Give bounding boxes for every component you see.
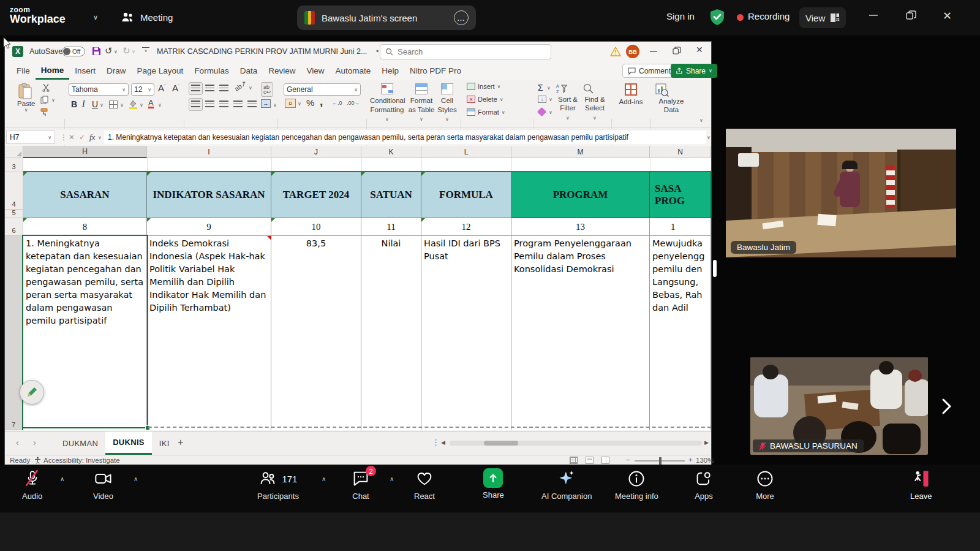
collapse-ribbon-icon[interactable]: ∨	[699, 118, 703, 123]
sheet-next-icon[interactable]: ›	[33, 438, 36, 447]
col-header-N[interactable]: N	[650, 146, 711, 158]
percent-icon[interactable]: %	[306, 97, 314, 108]
shrink-font-icon[interactable]: Aˇ	[172, 83, 180, 93]
video-button[interactable]: Video	[93, 469, 113, 501]
align-right-icon[interactable]	[219, 101, 228, 108]
delete-cells-button[interactable]: ✕Delete∨	[467, 96, 503, 103]
tab-file[interactable]: File	[11, 62, 36, 80]
excel-restore-icon[interactable]	[673, 47, 681, 55]
italic-icon[interactable]: I	[82, 99, 85, 109]
chevron-down-icon[interactable]: ∨	[273, 102, 277, 108]
col-header-M[interactable]: M	[511, 146, 650, 158]
zoom-slider[interactable]	[635, 460, 685, 462]
conditional-formatting-button[interactable]: Conditional Formatting∨	[370, 83, 404, 123]
zoom-slider-thumb[interactable]	[659, 457, 662, 465]
cell-J6[interactable]: 10	[271, 218, 361, 236]
header-cell-target[interactable]: TARGET 2024	[271, 172, 361, 218]
bold-icon[interactable]: B	[71, 99, 77, 109]
sheet-tab-dukman[interactable]: DUKMAN	[55, 431, 105, 455]
chevron-down-icon[interactable]: ∨	[120, 102, 124, 108]
tab-view[interactable]: View	[301, 62, 330, 80]
cell-M6[interactable]: 13	[511, 218, 650, 236]
cell-N6[interactable]: 1	[650, 218, 711, 236]
chevron-down-icon[interactable]: ∨	[93, 13, 98, 21]
excel-close-icon[interactable]: ✕	[696, 45, 703, 55]
shared-screen-pill[interactable]: Bawaslu Jatim's screen …	[297, 6, 476, 30]
tab-data[interactable]: Data	[235, 62, 263, 80]
header-cell-formula[interactable]: FORMULA	[421, 172, 511, 218]
audio-button[interactable]: Audio	[22, 469, 42, 501]
cell-I6[interactable]: 9	[147, 218, 271, 236]
col-header-H[interactable]: H	[23, 146, 147, 158]
meeting-info-button[interactable]: Meeting info	[615, 469, 658, 501]
tab-formulas[interactable]: Formulas	[189, 62, 234, 80]
cell-L6[interactable]: 12	[421, 218, 511, 236]
cell-M7[interactable]: Program Penyelenggaraan Pemilu dalam Pro…	[511, 236, 650, 430]
undo-icon[interactable]: ↺	[105, 45, 113, 56]
chevron-down-icon[interactable]: ∨	[549, 110, 552, 115]
row-header-6[interactable]: 6	[5, 218, 23, 236]
cancel-icon[interactable]: ✕	[69, 133, 75, 142]
close-window-icon[interactable]: ✕	[943, 9, 952, 23]
chevron-up-icon[interactable]: ∧	[60, 476, 64, 482]
col-header-I[interactable]: I	[147, 146, 271, 158]
chevron-down-icon[interactable]: ∨	[549, 97, 552, 102]
chevron-up-icon[interactable]: ∧	[390, 476, 394, 482]
dots-separator-icon[interactable]: ⋮	[60, 133, 67, 142]
wrap-text-icon[interactable]: abc↩	[261, 82, 273, 97]
select-all-corner[interactable]	[5, 146, 23, 158]
chevron-down-icon[interactable]: ∨	[100, 102, 104, 108]
tab-help[interactable]: Help	[376, 62, 404, 80]
tab-review[interactable]: Review	[263, 62, 301, 80]
font-color-icon[interactable]: A	[148, 99, 154, 108]
restore-window-icon[interactable]	[906, 10, 916, 21]
increase-indent-icon[interactable]	[247, 101, 257, 108]
col-header-K[interactable]: K	[361, 146, 421, 158]
number-format-select[interactable]: General∨	[284, 83, 361, 96]
sheet-tab-duknis[interactable]: DUKNIS	[105, 431, 152, 455]
participants-button[interactable]: 171 Participants	[257, 469, 299, 501]
col-header-J[interactable]: J	[271, 146, 361, 158]
account-avatar[interactable]: BB	[626, 45, 639, 58]
col-header-L[interactable]: L	[421, 146, 511, 158]
scrollbar-thumb[interactable]	[484, 441, 518, 446]
chevron-up-icon[interactable]: ∧	[134, 476, 138, 482]
share-screen-button[interactable]: Share	[483, 468, 504, 500]
cell-K7[interactable]: Nilai	[361, 236, 421, 430]
tab-meeting[interactable]: Meeting	[120, 10, 173, 25]
cell-J7[interactable]: 83,5	[271, 236, 361, 430]
ai-companion-button[interactable]: AI Companion	[541, 469, 592, 501]
middle-align-icon[interactable]	[205, 85, 214, 93]
cell-I7[interactable]: Indeks Demokrasi Indonesia (Aspek Hak-ha…	[147, 236, 271, 430]
align-left-icon[interactable]	[189, 98, 203, 111]
minimize-window-icon[interactable]	[869, 10, 878, 20]
search-input[interactable]	[398, 47, 532, 56]
comma-style-icon[interactable]: ,	[320, 95, 323, 108]
more-button[interactable]: More	[756, 469, 774, 501]
cell-L7[interactable]: Hasil IDI dari BPS Pusat	[421, 236, 511, 430]
leave-button[interactable]: Leave	[910, 469, 932, 501]
cell-K6[interactable]: 11	[361, 218, 421, 236]
cell-H7[interactable]: 1. Meningkatnya ketepatan dan kesesuaian…	[23, 236, 147, 430]
autosum-icon[interactable]: Σ	[538, 83, 543, 93]
chevron-down-icon[interactable]: ∨	[547, 85, 551, 91]
chevron-down-icon[interactable]: ∨	[298, 101, 301, 107]
cell-styles-button[interactable]: Cell Styles∨	[436, 83, 458, 123]
video-tile-main[interactable]: Bawaslu Jatim	[726, 129, 956, 257]
draw-mode-button[interactable]	[20, 380, 44, 405]
bottom-align-icon[interactable]	[219, 85, 228, 93]
addins-button[interactable]: Add-ins	[615, 83, 647, 107]
normal-view-icon[interactable]	[570, 457, 578, 464]
decrease-indent-icon[interactable]	[233, 101, 243, 108]
row-header-4[interactable]: 4	[5, 172, 23, 210]
align-center-icon[interactable]	[205, 101, 214, 108]
sort-filter-button[interactable]: AZ Sort & Filter∨	[555, 83, 581, 121]
security-shield-icon[interactable]	[709, 9, 725, 26]
chevron-down-icon[interactable]: ∨	[249, 85, 252, 91]
copy-icon[interactable]	[40, 96, 49, 104]
fill-color-icon[interactable]	[129, 100, 138, 109]
header-cell-sasaran[interactable]: SASARAN	[23, 172, 147, 218]
fill-icon[interactable]: ↓	[538, 96, 546, 103]
excel-search-box[interactable]	[380, 44, 551, 59]
underline-icon[interactable]: U	[92, 99, 98, 109]
